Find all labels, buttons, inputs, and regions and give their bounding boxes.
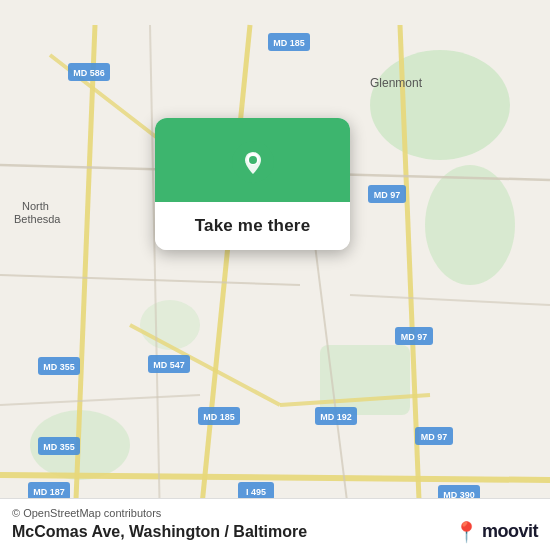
moovit-logo: 📍 moovit: [454, 521, 538, 542]
svg-text:Bethesda: Bethesda: [14, 213, 61, 225]
svg-text:MD 97: MD 97: [421, 432, 448, 442]
svg-text:MD 97: MD 97: [401, 332, 428, 342]
svg-line-15: [150, 25, 160, 525]
svg-point-4: [140, 300, 200, 350]
svg-text:MD 586: MD 586: [73, 68, 105, 78]
svg-text:MD 97: MD 97: [374, 190, 401, 200]
svg-point-1: [425, 165, 515, 285]
svg-text:MD 355: MD 355: [43, 442, 75, 452]
svg-text:MD 192: MD 192: [320, 412, 352, 422]
svg-line-5: [200, 25, 250, 525]
svg-text:North: North: [22, 200, 49, 212]
popup-green-header: [155, 118, 350, 202]
svg-rect-2: [320, 345, 410, 415]
moovit-text: moovit: [482, 521, 538, 542]
map-attribution: © OpenStreetMap contributors: [12, 507, 538, 519]
svg-line-17: [350, 295, 550, 305]
map-container: MD 586 MD 185 MD 586 MD 97 MD 97 MD 97 M…: [0, 0, 550, 550]
svg-line-13: [0, 275, 300, 285]
svg-text:MD 547: MD 547: [153, 360, 185, 370]
svg-point-0: [370, 50, 510, 160]
popup-card: Take me there: [155, 118, 350, 250]
svg-text:I 495: I 495: [246, 487, 266, 497]
svg-text:Glenmont: Glenmont: [370, 76, 423, 90]
svg-text:MD 355: MD 355: [43, 362, 75, 372]
take-me-there-button[interactable]: Take me there: [155, 202, 350, 250]
svg-text:MD 185: MD 185: [203, 412, 235, 422]
svg-point-51: [249, 156, 257, 164]
location-label: McComas Ave, Washington / Baltimore: [12, 523, 307, 541]
svg-text:MD 187: MD 187: [33, 487, 65, 497]
map-roads: MD 586 MD 185 MD 586 MD 97 MD 97 MD 97 M…: [0, 0, 550, 550]
bottom-bar: © OpenStreetMap contributors McComas Ave…: [0, 498, 550, 550]
svg-line-16: [0, 395, 200, 405]
location-pin-icon: [231, 140, 275, 184]
bottom-row: McComas Ave, Washington / Baltimore 📍 mo…: [12, 521, 538, 542]
attribution-text: © OpenStreetMap contributors: [12, 507, 161, 519]
svg-text:MD 185: MD 185: [273, 38, 305, 48]
moovit-pin-icon: 📍: [454, 522, 479, 542]
